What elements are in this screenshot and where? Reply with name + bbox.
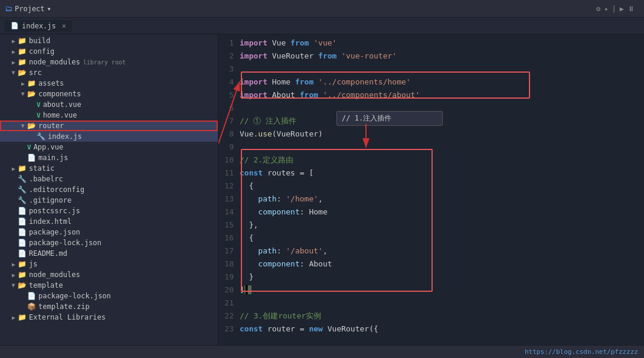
code-line-20: ]▌: [240, 284, 632, 297]
sidebar-item-postcssrc[interactable]: ▶ 📄 postcssrc.js: [0, 206, 218, 216]
arrow-icon: ▶: [9, 48, 18, 55]
config-icon: 🔧: [18, 185, 27, 194]
sidebar-item-js-folder[interactable]: ▶ 📁 js: [0, 259, 218, 269]
sidebar-label-build: build: [29, 37, 50, 45]
code-line-23: const router = new VueRouter({: [240, 323, 632, 336]
sidebar-item-assets[interactable]: ▶ 📁 assets: [0, 78, 218, 89]
html-icon: 📄: [18, 217, 27, 226]
code-line-16: {: [240, 232, 632, 245]
code-editor[interactable]: 12345 678910 1112131415 1617181920 21222…: [218, 34, 644, 345]
sidebar-item-config[interactable]: ▶ 📁 config: [0, 46, 218, 57]
sidebar-label-src: src: [29, 69, 42, 77]
code-lines: import Vue from 'vue' import VueRouter f…: [240, 37, 644, 336]
sidebar-item-static[interactable]: ▶ 📁 static: [0, 163, 218, 174]
folder-icon: 📁: [27, 79, 36, 87]
code-line-8: Vue.use(VueRouter): [240, 128, 632, 141]
tab-close-icon[interactable]: ×: [62, 22, 66, 30]
code-line-10: // 2.定义路由: [240, 154, 632, 167]
tab-index-js[interactable]: 📄 index.js ×: [5, 20, 72, 32]
sidebar-item-babelrc[interactable]: ▶ 🔧 .babelrc: [0, 174, 218, 184]
sidebar-label-index-js: index.js: [48, 132, 82, 141]
dropdown-icon[interactable]: ▾: [47, 5, 51, 13]
sidebar-item-main-js[interactable]: ▶ 📄 main.js: [0, 152, 218, 163]
vue-icon: V: [37, 112, 41, 119]
bottom-bar: https://blog.csdn.net/pfzzzzz: [0, 345, 644, 358]
sidebar-item-template[interactable]: ▶ 📂 template: [0, 280, 218, 291]
sidebar-label-gitignore: .gitignore: [29, 196, 71, 204]
sidebar-item-editorconfig[interactable]: ▶ 🔧 .editorconfig: [0, 184, 218, 195]
sidebar-item-about-vue[interactable]: ▶ V about.vue: [0, 99, 218, 110]
project-title[interactable]: 🗂 Project ▾: [5, 4, 51, 13]
folder-icon: 📂: [27, 122, 36, 130]
code-line-4: import Home from '../components/home': [240, 76, 632, 89]
sidebar-item-src[interactable]: ▶ 📂 src: [0, 67, 218, 78]
arrow-icon: ▶: [20, 90, 27, 98]
sidebar-item-components[interactable]: ▶ 📂 components: [0, 89, 218, 99]
sidebar-item-app-vue[interactable]: ▶ V App.vue: [0, 142, 218, 152]
sidebar-label-editorconfig: .editorconfig: [29, 185, 84, 194]
sidebar-label-config: config: [29, 47, 54, 56]
sidebar-label-assets: assets: [38, 79, 64, 87]
sidebar-label-js: js: [29, 260, 37, 268]
code-line-19: }: [240, 271, 632, 284]
sidebar-item-index-html[interactable]: ▶ 📄 index.html: [0, 216, 218, 227]
code-line-2: import VueRouter from 'vue-router': [240, 50, 632, 63]
sidebar-label-external-libs: External Libraries: [29, 313, 106, 321]
settings-icon[interactable]: ⚙: [596, 5, 600, 13]
title-controls: ⚙ ✦ | ▶ ⏸: [596, 5, 635, 13]
zip-icon: 📦: [27, 302, 36, 311]
sidebar-label-package-lock-json: package-lock.json: [29, 239, 102, 247]
code-line-12: {: [240, 180, 632, 193]
sidebar-item-gitignore[interactable]: ▶ 🔧 .gitignore: [0, 195, 218, 206]
sidebar-item-node-modules2[interactable]: ▶ 📁 node_modules: [0, 269, 218, 280]
arrow-icon: ▶: [9, 261, 18, 268]
code-line-17: path: '/about',: [240, 245, 632, 258]
json-icon: 📄: [18, 228, 27, 236]
tab-file-icon: 📄: [11, 22, 19, 30]
sidebar-item-template-package-lock[interactable]: ▶ 📄 package-lock.json: [0, 291, 218, 301]
arrow-icon: ▶: [11, 69, 17, 77]
sidebar-item-node-modules[interactable]: ▶ 📁 node_modules library root: [0, 57, 218, 67]
arrow-icon: ▶: [9, 314, 18, 321]
js-icon: 🔧: [37, 132, 45, 141]
sidebar-label-postcssrc: postcssrc.js: [29, 207, 80, 215]
sidebar-item-home-vue[interactable]: ▶ V home.vue: [0, 110, 218, 121]
md-icon: 📄: [18, 249, 27, 258]
config-icon: 🔧: [18, 175, 27, 183]
line-numbers: 12345 678910 1112131415 1617181920 21222…: [218, 37, 240, 336]
sidebar-item-index-js[interactable]: ▶ 🔧 index.js: [0, 131, 218, 142]
sidebar-item-build[interactable]: ▶ 📁 build: [0, 35, 218, 46]
sidebar-label-about-vue: about.vue: [43, 100, 81, 109]
sidebar-label-template: template: [29, 281, 63, 289]
sidebar-item-router[interactable]: ▶ 📂 router: [0, 121, 218, 131]
star-icon[interactable]: ✦: [604, 5, 608, 13]
arrow-icon: ▶: [9, 272, 18, 278]
sidebar-item-package-json[interactable]: ▶ 📄 package.json: [0, 227, 218, 237]
sidebar-label-node-modules: node_modules: [29, 58, 80, 66]
folder-icon: 📂: [18, 281, 27, 289]
sidebar-item-external-libs[interactable]: ▶ 📁 External Libraries: [0, 312, 218, 323]
code-line-22: // 3.创建router实例: [240, 310, 632, 323]
project-icon: 🗂: [5, 4, 12, 13]
json-icon: 📄: [18, 239, 27, 247]
code-line-6: [240, 102, 632, 115]
sidebar-item-package-lock-json[interactable]: ▶ 📄 package-lock.json: [0, 237, 218, 248]
sidebar-label-components: components: [38, 90, 81, 98]
sidebar-item-readme[interactable]: ▶ 📄 README.md: [0, 248, 218, 259]
blog-url[interactable]: https://blog.csdn.net/pfzzzzz: [525, 348, 638, 356]
sidebar-item-template-zip[interactable]: ▶ 📦 template.zip: [0, 301, 218, 312]
sidebar-label-index-html: index.html: [29, 217, 71, 226]
js-icon: 📄: [18, 207, 27, 215]
arrow-icon: ▶: [20, 122, 27, 130]
run-icon[interactable]: ▶: [620, 5, 624, 13]
pause-icon[interactable]: ⏸: [627, 5, 635, 13]
sidebar-label-app-vue: App.vue: [34, 143, 64, 151]
sidebar-label-router: router: [38, 122, 64, 130]
sidebar: ▶ 📁 build ▶ 📁 config ▶ 📁 node_modules li…: [0, 34, 218, 345]
arrow-icon: ▶: [11, 281, 17, 289]
sidebar-label-readme: README.md: [29, 249, 67, 258]
vue-icon: V: [37, 101, 41, 109]
tab-bar: 📄 index.js ×: [0, 18, 644, 34]
divider: |: [612, 5, 616, 13]
arrow-icon: ▶: [9, 59, 18, 66]
